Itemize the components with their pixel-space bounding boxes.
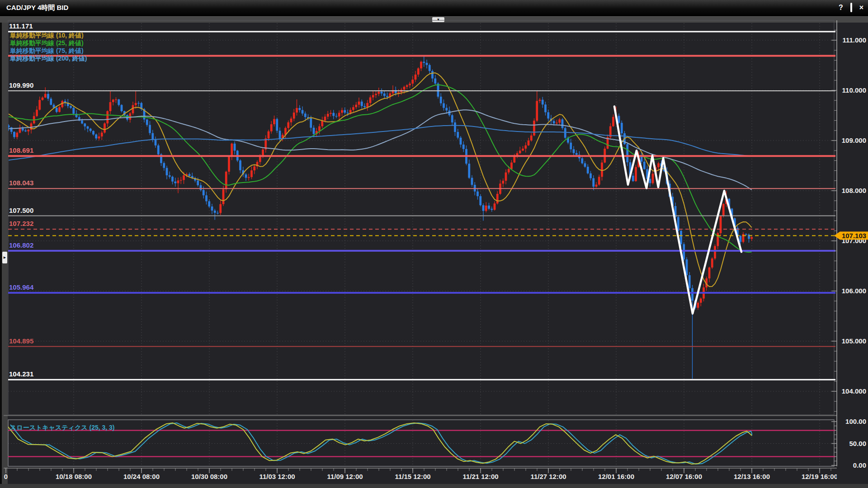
horizontal-price-lines[interactable]: 111.171109.990108.691108.043107.500107.2… bbox=[8, 22, 835, 380]
current-price-label: 107.103 bbox=[842, 232, 866, 239]
chart-canvas[interactable]: 111.171109.990108.691108.043107.500107.2… bbox=[0, 0, 868, 488]
legend-item: 単純移動平均線 (200, 終値) bbox=[10, 55, 87, 62]
time-axis-label: 11/09 12:00 bbox=[327, 473, 363, 480]
price-axis-label: 105.000 bbox=[842, 337, 866, 345]
price-axis-label: 109.000 bbox=[842, 136, 866, 144]
stochastics-label: スローストキャスティクス (25, 3, 3) bbox=[10, 424, 115, 431]
price-line-label: 111.171 bbox=[9, 22, 33, 30]
candlestick-series[interactable] bbox=[8, 56, 753, 379]
price-axis-label: 106.000 bbox=[842, 287, 866, 295]
price-line-label: 108.691 bbox=[9, 146, 33, 154]
time-axis-label: 10/24 08:00 bbox=[123, 473, 160, 480]
time-axis-label: 12/19 16:00 bbox=[802, 473, 838, 480]
time-axis-label: 11/03 12:00 bbox=[259, 473, 295, 480]
panel-borders bbox=[4, 20, 837, 466]
price-line-label: 107.232 bbox=[9, 220, 33, 227]
time-axis-label: 0 bbox=[4, 473, 8, 480]
ma-legend: 単純移動平均線 (10, 終値)単純移動平均線 (25, 終値)単純移動平均線 … bbox=[10, 32, 87, 62]
time-axis-label: 11/21 12:00 bbox=[462, 473, 498, 480]
legend-item: 単純移動平均線 (75, 終値) bbox=[10, 47, 87, 55]
indicator-axis-label: 0.00 bbox=[853, 461, 866, 469]
legend-item: 単純移動平均線 (10, 終値) bbox=[10, 32, 87, 39]
time-axis-label: 12/07 16:00 bbox=[666, 473, 702, 480]
price-axis-label: 110.000 bbox=[842, 86, 866, 94]
moving-average-lines bbox=[9, 73, 752, 286]
price-axis-label: 104.000 bbox=[842, 387, 866, 395]
time-axis-label: 11/15 12:00 bbox=[395, 473, 430, 480]
time-axis-label: 12/01 16:00 bbox=[598, 473, 634, 480]
indicator-axis-label: 50.00 bbox=[849, 440, 866, 447]
time-axis-label: 10/30 08:00 bbox=[191, 473, 227, 480]
indicator-axis-label: 100.00 bbox=[845, 418, 866, 425]
time-axis-label: 11/27 12:00 bbox=[530, 473, 566, 480]
price-axis-label: 111.000 bbox=[842, 36, 866, 44]
current-price-tag: 107.103 bbox=[834, 232, 868, 240]
chart-window: 111.171109.990108.691108.043107.500107.2… bbox=[0, 0, 868, 488]
price-axis-label: 108.000 bbox=[842, 187, 866, 194]
price-line-label: 109.990 bbox=[9, 81, 33, 89]
time-axis-label: 12/13 16:00 bbox=[734, 473, 770, 480]
price-line-label: 107.500 bbox=[9, 206, 33, 214]
time-axis-label: 10/18 08:00 bbox=[56, 473, 92, 480]
price-line-label: 104.231 bbox=[9, 370, 33, 378]
price-line-label: 106.802 bbox=[9, 241, 33, 249]
price-line-label: 105.964 bbox=[9, 283, 34, 291]
price-line-label: 104.895 bbox=[9, 337, 33, 345]
price-line-label: 108.043 bbox=[9, 179, 33, 187]
legend-item: 単純移動平均線 (25, 終値) bbox=[10, 39, 87, 47]
